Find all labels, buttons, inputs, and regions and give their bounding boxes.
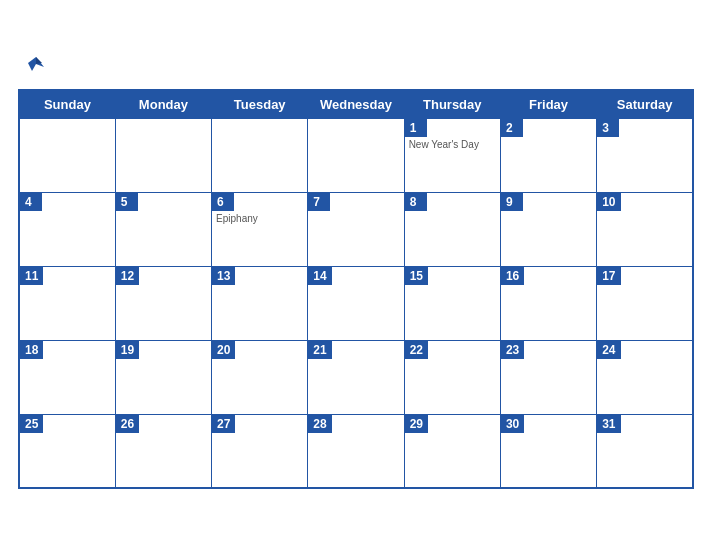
day-number: 27 [212,415,235,433]
day-cell: 15 [404,266,500,340]
day-cell: 16 [500,266,596,340]
weekday-header-row: SundayMondayTuesdayWednesdayThursdayFrid… [19,90,693,119]
week-row-2: 456Epiphany78910 [19,192,693,266]
day-cell: 5 [115,192,211,266]
day-cell: 27 [212,414,308,488]
day-cell: 4 [19,192,115,266]
day-cell: 20 [212,340,308,414]
svg-marker-1 [36,57,42,64]
day-cell: 13 [212,266,308,340]
calendar-header [18,53,694,81]
day-cell: 10 [597,192,693,266]
day-cell [115,118,211,192]
day-cell: 6Epiphany [212,192,308,266]
weekday-header-monday: Monday [115,90,211,119]
day-number: 9 [501,193,523,211]
day-cell: 28 [308,414,404,488]
day-number: 5 [116,193,138,211]
logo [22,53,54,81]
day-cell: 12 [115,266,211,340]
week-row-1: 1New Year's Day23 [19,118,693,192]
weekday-header-friday: Friday [500,90,596,119]
day-number: 2 [501,119,523,137]
day-number: 21 [308,341,331,359]
day-number: 15 [405,267,428,285]
day-number: 25 [20,415,43,433]
day-number: 31 [597,415,620,433]
day-number: 26 [116,415,139,433]
day-cell: 30 [500,414,596,488]
day-cell: 21 [308,340,404,414]
day-number: 24 [597,341,620,359]
day-number: 4 [20,193,42,211]
day-cell: 9 [500,192,596,266]
day-number: 28 [308,415,331,433]
weekday-header-sunday: Sunday [19,90,115,119]
day-number: 1 [405,119,427,137]
weekday-header-saturday: Saturday [597,90,693,119]
day-number: 30 [501,415,524,433]
week-row-3: 11121314151617 [19,266,693,340]
day-cell: 11 [19,266,115,340]
day-cell: 14 [308,266,404,340]
calendar-table: SundayMondayTuesdayWednesdayThursdayFrid… [18,89,694,490]
day-number: 22 [405,341,428,359]
day-cell: 3 [597,118,693,192]
day-number: 17 [597,267,620,285]
day-number: 29 [405,415,428,433]
day-cell: 31 [597,414,693,488]
weekday-header-tuesday: Tuesday [212,90,308,119]
day-cell: 17 [597,266,693,340]
day-cell: 19 [115,340,211,414]
day-number: 7 [308,193,330,211]
day-cell: 22 [404,340,500,414]
day-cell [212,118,308,192]
logo-bird-icon [22,53,50,81]
day-number: 23 [501,341,524,359]
day-cell: 1New Year's Day [404,118,500,192]
day-number: 16 [501,267,524,285]
holiday-label: New Year's Day [405,137,483,152]
day-cell: 25 [19,414,115,488]
day-number: 14 [308,267,331,285]
day-cell: 23 [500,340,596,414]
day-number: 8 [405,193,427,211]
day-cell: 18 [19,340,115,414]
day-number: 3 [597,119,619,137]
day-number: 6 [212,193,234,211]
day-cell: 24 [597,340,693,414]
weekday-header-thursday: Thursday [404,90,500,119]
day-number: 18 [20,341,43,359]
day-cell: 26 [115,414,211,488]
day-number: 19 [116,341,139,359]
week-row-4: 18192021222324 [19,340,693,414]
day-cell [308,118,404,192]
day-cell [19,118,115,192]
day-number: 10 [597,193,620,211]
calendar-wrapper: SundayMondayTuesdayWednesdayThursdayFrid… [0,43,712,508]
weekday-header-wednesday: Wednesday [308,90,404,119]
day-cell: 29 [404,414,500,488]
day-cell: 7 [308,192,404,266]
day-cell: 8 [404,192,500,266]
holiday-label: Epiphany [212,211,262,226]
week-row-5: 25262728293031 [19,414,693,488]
day-number: 13 [212,267,235,285]
day-number: 20 [212,341,235,359]
day-number: 12 [116,267,139,285]
day-cell: 2 [500,118,596,192]
day-number: 11 [20,267,43,285]
